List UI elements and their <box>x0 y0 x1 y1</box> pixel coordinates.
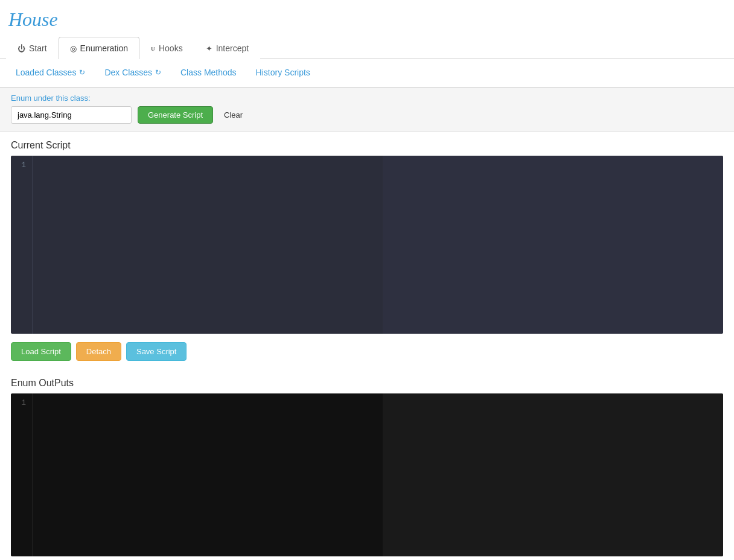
dex-classes-label: Dex Classes <box>104 68 152 77</box>
current-script-editor: 1 <box>11 156 723 334</box>
enum-bar-inner: Generate Script Clear <box>11 106 723 124</box>
line-number-1: 1 <box>21 161 26 170</box>
app-title: House <box>0 0 734 37</box>
enum-class-input[interactable] <box>11 106 132 124</box>
output-gutter: 1 <box>11 393 33 556</box>
load-script-button[interactable]: Load Script <box>11 342 71 361</box>
enum-outputs-title: Enum OutPuts <box>0 369 734 393</box>
history-scripts-label: History Scripts <box>256 68 310 77</box>
save-script-button[interactable]: Save Script <box>126 342 187 361</box>
enum-wrapper: Enum under this class: Generate Script C… <box>0 88 734 132</box>
tab-hooks[interactable]: ᵾ Hooks <box>139 37 194 59</box>
enum-label: Enum under this class: <box>11 94 723 103</box>
main-nav: ⏻ Start ◎ Enumeration ᵾ Hooks ✦ Intercep… <box>0 37 734 59</box>
clear-button[interactable]: Clear <box>219 108 247 122</box>
loaded-classes-refresh-icon: ↻ <box>79 68 85 77</box>
tab-enumeration[interactable]: ◎ Enumeration <box>59 37 139 59</box>
tab-intercept-label: Intercept <box>216 43 249 53</box>
tab-hooks-label: Hooks <box>159 43 183 53</box>
detach-button[interactable]: Detach <box>76 342 121 361</box>
sub-tab-dex-classes[interactable]: Dex Classes ↻ <box>95 59 171 87</box>
tab-start-label: Start <box>29 43 47 53</box>
hooks-icon: ᵾ <box>151 43 155 53</box>
output-line-number-1: 1 <box>21 398 26 407</box>
sub-tab-loaded-classes[interactable]: Loaded Classes ↻ <box>6 59 95 87</box>
class-methods-label: Class Methods <box>180 68 237 77</box>
sub-tab-history-scripts[interactable]: History Scripts <box>246 59 320 87</box>
script-buttons: Load Script Detach Save Script <box>0 334 734 369</box>
dex-classes-refresh-icon: ↻ <box>155 68 161 77</box>
tab-start[interactable]: ⏻ Start <box>6 37 59 59</box>
intercept-icon: ✦ <box>206 44 212 53</box>
output-content <box>33 393 383 556</box>
start-icon: ⏻ <box>18 44 25 53</box>
sub-tabs: Loaded Classes ↻ Dex Classes ↻ Class Met… <box>0 59 734 88</box>
tab-intercept[interactable]: ✦ Intercept <box>194 37 260 59</box>
generate-script-button[interactable]: Generate Script <box>138 106 213 124</box>
enumeration-icon: ◎ <box>70 44 77 53</box>
enum-outputs-editor: 1 <box>11 393 723 556</box>
current-script-content[interactable] <box>33 156 383 334</box>
current-script-right-panel <box>383 156 723 334</box>
current-script-title: Current Script <box>0 132 734 156</box>
loaded-classes-label: Loaded Classes <box>16 68 76 77</box>
current-script-gutter: 1 <box>11 156 33 334</box>
sub-tab-class-methods[interactable]: Class Methods <box>171 59 246 87</box>
tab-enumeration-label: Enumeration <box>80 43 128 53</box>
output-right-panel <box>383 393 723 556</box>
